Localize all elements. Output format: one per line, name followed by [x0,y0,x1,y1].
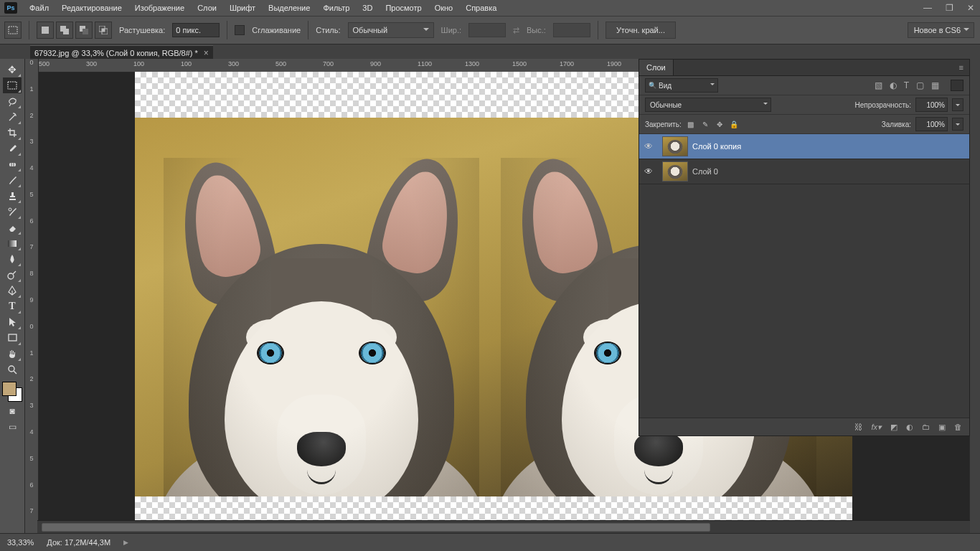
menu-help[interactable]: Справка [459,0,503,16]
lasso-tool[interactable] [3,93,22,109]
filter-smart-icon[interactable]: ▦ [931,80,939,90]
type-tool[interactable]: T [3,298,22,314]
blur-tool[interactable] [3,251,22,267]
brush-tool[interactable] [3,172,22,188]
layers-tab[interactable]: Слои [639,60,674,75]
opacity-input[interactable] [915,98,948,112]
adjustment-icon[interactable]: ◐ [906,423,913,432]
close-icon[interactable]: ✕ [964,3,977,13]
filter-shape-icon[interactable]: ▢ [916,80,924,90]
filter-toggle[interactable] [951,80,963,91]
filter-pixel-icon[interactable]: ▧ [875,80,882,90]
opacity-arrow[interactable] [952,98,963,111]
style-select[interactable]: Обычный [348,22,434,38]
color-swatches[interactable] [2,382,22,402]
panel-tab-bar: Слои ≡ [639,60,969,76]
svg-rect-0 [9,27,17,34]
layer-filter-kind[interactable]: Вид [645,78,718,93]
fill-label: Заливка: [882,121,911,128]
zoom-level[interactable]: 33,33% [7,538,34,547]
move-tool[interactable]: ✥ [3,62,22,77]
layer-thumbnail[interactable] [662,136,688,156]
antialias-label: Сглаживание [252,26,301,34]
eraser-tool[interactable] [3,220,22,235]
marquee-tool-icon[interactable] [4,22,22,39]
sel-int-icon[interactable] [95,22,112,39]
history-brush-tool[interactable] [3,204,22,220]
layer-list: 👁 Слой 0 копия 👁 Слой 0 [639,134,969,418]
layer-name[interactable]: Слой 0 [692,167,718,176]
lock-all-icon[interactable]: 🔒 [729,119,739,129]
feather-input[interactable] [172,23,220,37]
quickmask-icon[interactable]: ◙ [4,405,20,418]
horizontal-scrollbar[interactable] [37,520,970,534]
antialias-checkbox[interactable] [235,25,245,35]
screenmode-icon[interactable]: ▭ [4,420,20,433]
height-label: Выс.: [527,26,546,34]
menu-file[interactable]: Файл [23,0,55,16]
menu-3d[interactable]: 3D [356,0,379,16]
refine-edge-button[interactable]: Уточн. край... [606,22,676,39]
link-layers-icon[interactable]: ⛓ [854,423,862,431]
fill-arrow[interactable] [952,118,963,131]
group-icon[interactable]: 🗀 [922,423,930,431]
whats-new-button[interactable]: Новое в CS6 [908,22,974,38]
shape-tool[interactable] [3,330,22,346]
doc-size[interactable]: Док: 17,2M/44,3M [47,538,110,547]
layer-thumbnail[interactable] [662,161,688,182]
delete-layer-icon[interactable]: 🗑 [954,423,962,431]
fill-input[interactable] [915,117,948,131]
filter-adjust-icon[interactable]: ◐ [890,80,897,90]
magic-wand-tool[interactable] [3,109,22,125]
marquee-tool[interactable] [3,77,22,93]
layers-footer: ⛓ fx▾ ◩ ◐ 🗀 ▣ 🗑 [639,418,969,435]
menu-layers[interactable]: Слои [191,0,223,16]
svg-point-15 [9,366,14,372]
mask-icon[interactable]: ◩ [890,423,897,432]
sel-new-icon[interactable] [37,22,54,39]
menu-type[interactable]: Шрифт [223,0,262,16]
sel-sub-icon[interactable] [75,22,93,39]
minimize-icon[interactable]: — [921,3,934,13]
menu-image[interactable]: Изображение [128,0,191,16]
layer-row[interactable]: 👁 Слой 0 копия [639,134,969,159]
layer-row[interactable]: 👁 Слой 0 [639,159,969,184]
menu-view[interactable]: Просмотр [379,0,428,16]
right-dock-strip[interactable] [969,59,980,534]
fg-color[interactable] [2,382,17,396]
maximize-icon[interactable]: ❐ [943,3,956,13]
selection-mode-group [37,22,112,39]
gradient-tool[interactable] [3,235,22,251]
crop-tool[interactable] [3,125,22,141]
menu-window[interactable]: Окно [428,0,460,16]
menu-select[interactable]: Выделение [262,0,316,16]
new-layer-icon[interactable]: ▣ [938,423,946,432]
layer-name[interactable]: Слой 0 копия [692,142,741,151]
menu-edit[interactable]: Редактирование [55,0,128,16]
svg-rect-1 [42,27,49,34]
scrollbar-thumb[interactable] [42,523,710,532]
blend-mode-select[interactable]: Обычные [645,98,771,112]
hand-tool[interactable] [3,346,22,362]
panel-menu-icon[interactable]: ≡ [953,63,969,72]
lock-trans-icon[interactable]: ▩ [686,119,696,129]
path-select-tool[interactable] [3,314,22,330]
pen-tool[interactable] [3,283,22,298]
zoom-tool[interactable] [3,362,22,377]
lock-pos-icon[interactable]: ✥ [715,119,725,129]
visibility-icon[interactable]: 👁 [639,166,658,176]
fx-icon[interactable]: fx▾ [871,423,882,432]
document-tab[interactable]: 67932.jpg @ 33,3% (Слой 0 копия, RGB/8#)… [30,45,213,60]
healing-tool[interactable] [3,156,22,172]
stamp-tool[interactable] [3,188,22,204]
menu-bar: Ps Файл Редактирование Изображение Слои … [0,0,980,16]
lock-pixel-icon[interactable]: ✎ [700,119,710,129]
visibility-icon[interactable]: 👁 [639,141,658,151]
dodge-tool[interactable] [3,267,22,283]
menu-filter[interactable]: Фильтр [316,0,356,16]
eyedropper-tool[interactable] [3,141,22,156]
filter-type-icon[interactable]: T [904,80,909,90]
tab-close-icon[interactable]: × [204,48,209,58]
sel-add-icon[interactable] [56,22,73,39]
opacity-label: Непрозрачность: [854,101,911,109]
